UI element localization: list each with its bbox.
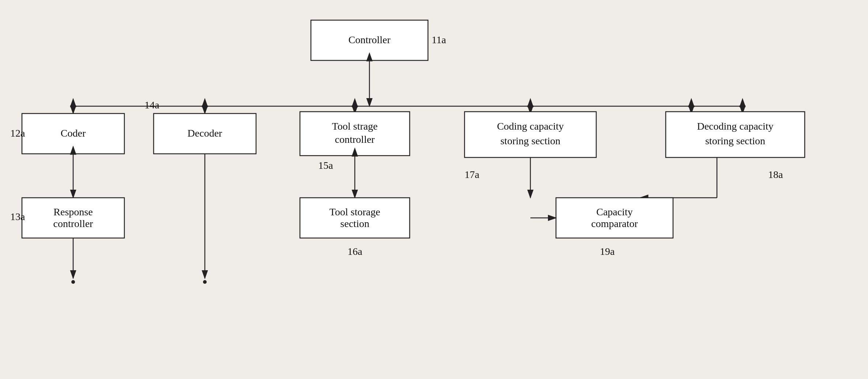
response-controller-label2: controller [53, 218, 94, 229]
tool-storage-controller-ref: 15a [318, 160, 333, 171]
decoding-capacity-box [666, 112, 805, 157]
svg-point-17 [203, 280, 207, 284]
decoding-capacity-ref: 18a [768, 169, 783, 180]
response-controller-label1: Response [53, 206, 93, 218]
coding-capacity-box [465, 112, 596, 157]
svg-rect-4 [0, 0, 868, 379]
diagram: Controller 11a Coder 12a Response contro… [0, 0, 868, 379]
tool-storage-controller-label1: Tool strage [332, 120, 378, 132]
decoding-capacity-label2: storing section [705, 135, 765, 146]
decoding-capacity-label1: Decoding capacity [697, 120, 773, 132]
tool-storage-section-label2: section [340, 218, 369, 229]
coding-capacity-label1: Coding capacity [497, 120, 564, 132]
response-controller-ref: 13a [10, 211, 25, 222]
svg-point-15 [71, 280, 75, 284]
controller-ref: 11a [432, 34, 446, 45]
capacity-comparator-ref: 19a [600, 246, 615, 257]
tool-storage-section-label1: Tool storage [330, 206, 380, 218]
capacity-comparator-label2: comparator [591, 218, 638, 229]
controller-label: Controller [348, 34, 391, 45]
coding-capacity-ref: 17a [465, 169, 480, 180]
coder-label: Coder [61, 127, 86, 139]
decoder-label: Decoder [188, 127, 223, 139]
coding-capacity-label2: storing section [500, 135, 560, 146]
capacity-comparator-label1: Capacity [596, 206, 633, 218]
tool-storage-section-ref: 16a [347, 246, 362, 257]
coder-ref: 12a [10, 127, 25, 139]
tool-storage-controller-label2: controller [335, 134, 375, 145]
decoder-ref: 14a [144, 99, 159, 111]
